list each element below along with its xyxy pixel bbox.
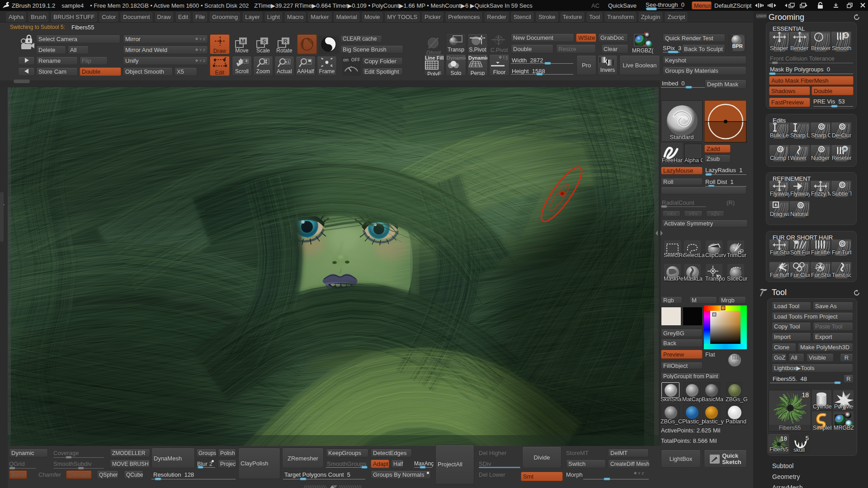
svg-text:Rotate: Rotate bbox=[276, 47, 292, 54]
svg-text:Move: Move bbox=[235, 47, 249, 54]
svg-text:✥: ✥ bbox=[478, 37, 481, 41]
svg-text:S: S bbox=[844, 33, 848, 38]
svg-text:R: R bbox=[283, 38, 288, 45]
svg-text:S: S bbox=[262, 38, 266, 45]
svg-text:BPR: BPR bbox=[732, 43, 742, 49]
svg-text:M: M bbox=[241, 38, 245, 45]
svg-text:x1: x1 bbox=[285, 60, 290, 64]
svg-text:Scale: Scale bbox=[256, 47, 270, 54]
svg-text:R: R bbox=[844, 147, 847, 151]
